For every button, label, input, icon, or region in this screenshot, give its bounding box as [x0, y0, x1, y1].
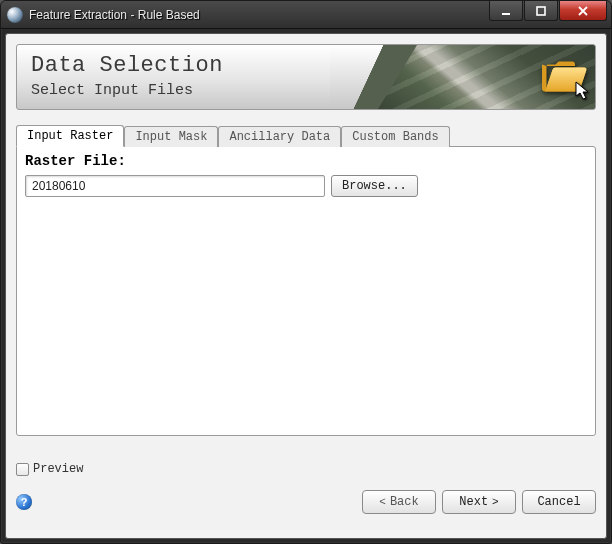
close-icon	[577, 5, 589, 17]
raster-file-label: Raster File:	[25, 153, 587, 169]
cancel-button[interactable]: Cancel	[522, 490, 596, 514]
page-title: Data Selection	[31, 53, 316, 78]
raster-file-input[interactable]	[25, 175, 325, 197]
browse-button-label: Browse...	[342, 179, 407, 193]
header-banner: Data Selection Select Input Files	[16, 44, 596, 110]
tab-custom-bands[interactable]: Custom Bands	[341, 126, 449, 147]
back-button-label: Back	[390, 495, 419, 509]
app-icon	[7, 7, 23, 23]
tab-input-raster[interactable]: Input Raster	[16, 125, 124, 147]
tab-ancillary-data[interactable]: Ancillary Data	[218, 126, 341, 147]
back-button[interactable]: < Back	[362, 490, 436, 514]
next-button-label: Next	[459, 495, 488, 509]
title-bar[interactable]: Feature Extraction - Rule Based	[1, 1, 611, 29]
chevron-left-icon: <	[379, 497, 386, 508]
banner-image	[330, 45, 595, 109]
tab-panel: Raster File: Browse...	[16, 146, 596, 436]
app-window: Feature Extraction - Rule Based Data Sel…	[0, 0, 612, 544]
maximize-icon	[535, 5, 547, 17]
svg-rect-1	[537, 7, 545, 15]
window-title: Feature Extraction - Rule Based	[29, 8, 200, 22]
minimize-icon	[500, 5, 512, 17]
next-button[interactable]: Next >	[442, 490, 516, 514]
help-icon[interactable]: ?	[16, 494, 32, 510]
svg-rect-0	[502, 13, 510, 15]
preview-row: Preview	[16, 462, 596, 476]
close-button[interactable]	[559, 1, 607, 21]
browse-button[interactable]: Browse...	[331, 175, 418, 197]
folder-open-icon	[539, 55, 587, 95]
footer: ? < Back Next > Cancel	[16, 490, 596, 514]
tab-input-mask[interactable]: Input Mask	[124, 126, 218, 147]
window-controls	[489, 1, 611, 28]
preview-label: Preview	[33, 462, 83, 476]
tab-strip: Input Raster Input Mask Ancillary Data C…	[16, 124, 596, 146]
client-area: Data Selection Select Input Files	[5, 33, 607, 539]
minimize-button[interactable]	[489, 1, 523, 21]
chevron-right-icon: >	[492, 497, 499, 508]
preview-checkbox[interactable]	[16, 463, 29, 476]
page-subtitle: Select Input Files	[31, 82, 316, 99]
maximize-button[interactable]	[524, 1, 558, 21]
cancel-button-label: Cancel	[537, 495, 580, 509]
